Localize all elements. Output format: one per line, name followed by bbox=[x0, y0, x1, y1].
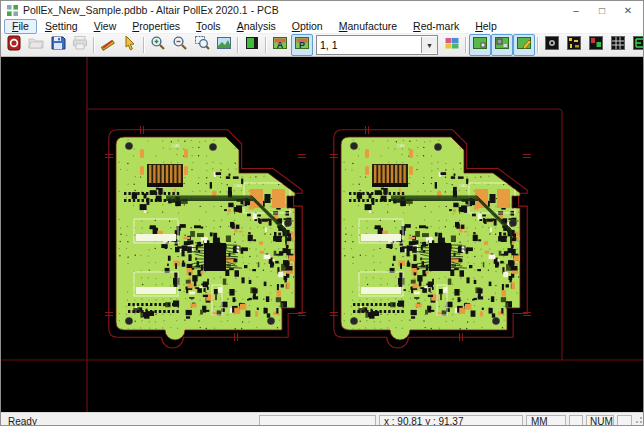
numlock-readout: NUM bbox=[590, 416, 613, 426]
app-window: PollEx_New_Sample.pdbb - Altair PollEx 2… bbox=[0, 0, 644, 426]
status-empty-panel-2 bbox=[569, 415, 583, 426]
palette-button[interactable] bbox=[441, 34, 463, 56]
window-title: PollEx_New_Sample.pdbb - Altair PollEx 2… bbox=[23, 4, 279, 16]
layer-part-button[interactable] bbox=[585, 34, 607, 56]
status-coordinates: x : 90.81 y : 91.37 bbox=[379, 415, 523, 426]
toolbar-separator bbox=[93, 37, 95, 53]
open-icon bbox=[28, 35, 44, 55]
menu-item-red-mark[interactable]: Red-mark bbox=[405, 19, 467, 34]
minimize-button[interactable]: – bbox=[563, 1, 589, 19]
menu-item-manufacture[interactable]: Manufacture bbox=[331, 19, 405, 34]
toolbar-separator bbox=[537, 37, 539, 53]
layer-silk-icon bbox=[632, 35, 644, 55]
menu-item-setting[interactable]: Setting bbox=[37, 19, 86, 34]
toolbar-separator bbox=[265, 37, 267, 53]
board-top-icon bbox=[472, 35, 488, 55]
board-view-button[interactable] bbox=[241, 34, 263, 56]
svg-text:A: A bbox=[277, 40, 284, 50]
exit-icon bbox=[6, 35, 22, 55]
board-view-icon bbox=[244, 35, 260, 55]
menu-item-properties[interactable]: Properties bbox=[124, 19, 188, 34]
pollex-logo-icon bbox=[7, 5, 18, 16]
cursor-icon bbox=[122, 35, 138, 55]
board-edit-icon bbox=[516, 35, 532, 55]
combo-dropdown-icon[interactable]: ▼ bbox=[421, 37, 437, 53]
zoom-out-button[interactable] bbox=[169, 34, 191, 56]
measure-icon bbox=[100, 35, 116, 55]
svg-text:CA1: CA1 bbox=[397, 143, 406, 148]
layer-silk-button[interactable] bbox=[629, 34, 644, 56]
menu-bar: FileSettingViewPropertiesToolsAnalysisOp… bbox=[1, 19, 643, 34]
assembly-view-button[interactable]: A bbox=[269, 34, 291, 56]
zoom-window-icon bbox=[194, 35, 210, 55]
coordinate-readout: x : 90.81 y : 91.37 bbox=[384, 416, 464, 426]
menu-item-view[interactable]: View bbox=[86, 19, 125, 34]
layer-part-icon bbox=[588, 35, 604, 55]
menu-item-help[interactable]: Help bbox=[467, 19, 505, 34]
units-readout: MM bbox=[531, 416, 548, 426]
window-controls: –□✕ bbox=[563, 1, 641, 19]
layer-pattern-icon bbox=[566, 35, 582, 55]
toolbar-separator bbox=[237, 37, 239, 53]
menu-item-option[interactable]: Option bbox=[284, 19, 331, 34]
pcb-canvas[interactable]: CA1CA2CA1CA2 bbox=[1, 57, 644, 412]
zoom-fit-button[interactable] bbox=[213, 34, 235, 56]
board-top-button[interactable] bbox=[469, 34, 491, 56]
assembly-view-icon: A bbox=[272, 35, 288, 55]
zoom-in-icon bbox=[150, 35, 166, 55]
status-bar: Ready x : 90.81 y : 91.37 MM NUM bbox=[1, 412, 643, 426]
print-icon bbox=[72, 35, 88, 55]
svg-text:CA2: CA2 bbox=[234, 183, 243, 188]
pcb-view-icon: P bbox=[294, 35, 310, 55]
layer-pattern-button[interactable] bbox=[563, 34, 585, 56]
zoom-window-button[interactable] bbox=[191, 34, 213, 56]
zoom-in-button[interactable] bbox=[147, 34, 169, 56]
layer-combo-value: 1, 1 bbox=[317, 39, 421, 51]
palette-icon bbox=[444, 35, 460, 55]
board-edit-button[interactable] bbox=[513, 34, 535, 56]
status-units: MM bbox=[526, 415, 566, 426]
layer-combo[interactable]: 1, 1▼ bbox=[316, 35, 438, 55]
maximize-button[interactable]: □ bbox=[589, 1, 615, 19]
status-empty-panel bbox=[259, 415, 376, 426]
menu-item-analysis[interactable]: Analysis bbox=[229, 19, 284, 34]
layer-grid-button[interactable] bbox=[607, 34, 629, 56]
svg-text:CA2: CA2 bbox=[459, 183, 468, 188]
menu-item-file[interactable]: File bbox=[4, 19, 37, 34]
zoom-fit-icon bbox=[216, 35, 232, 55]
exit-button[interactable] bbox=[3, 34, 25, 56]
cursor-button[interactable] bbox=[119, 34, 141, 56]
title-bar[interactable]: PollEx_New_Sample.pdbb - Altair PollEx 2… bbox=[1, 1, 643, 19]
svg-text:P: P bbox=[299, 40, 305, 50]
status-numlock: NUM bbox=[586, 415, 614, 426]
layer-pad-icon bbox=[544, 35, 560, 55]
close-button[interactable]: ✕ bbox=[615, 1, 641, 19]
toolbar-separator bbox=[143, 37, 145, 53]
board-bottom-icon bbox=[494, 35, 510, 55]
board-bottom-button[interactable] bbox=[491, 34, 513, 56]
status-ready-text: Ready bbox=[1, 416, 259, 426]
measure-button[interactable] bbox=[97, 34, 119, 56]
print-button bbox=[69, 34, 91, 56]
layer-grid-icon bbox=[610, 35, 626, 55]
resize-grip[interactable] bbox=[633, 414, 643, 426]
toolbar-separator bbox=[465, 37, 467, 53]
menu-item-tools[interactable]: Tools bbox=[188, 19, 229, 34]
layer-pad-button[interactable] bbox=[541, 34, 563, 56]
pcb-viewport[interactable]: CA1CA2CA1CA2 bbox=[1, 57, 643, 412]
zoom-out-icon bbox=[172, 35, 188, 55]
toolbar: AP1, 1▼ bbox=[1, 34, 643, 57]
pcb-view-button[interactable]: P bbox=[291, 34, 313, 56]
save-button[interactable] bbox=[47, 34, 69, 56]
save-icon bbox=[50, 35, 66, 55]
status-empty-panel-3 bbox=[617, 415, 632, 426]
svg-text:CA1: CA1 bbox=[172, 143, 181, 148]
open-button bbox=[25, 34, 47, 56]
